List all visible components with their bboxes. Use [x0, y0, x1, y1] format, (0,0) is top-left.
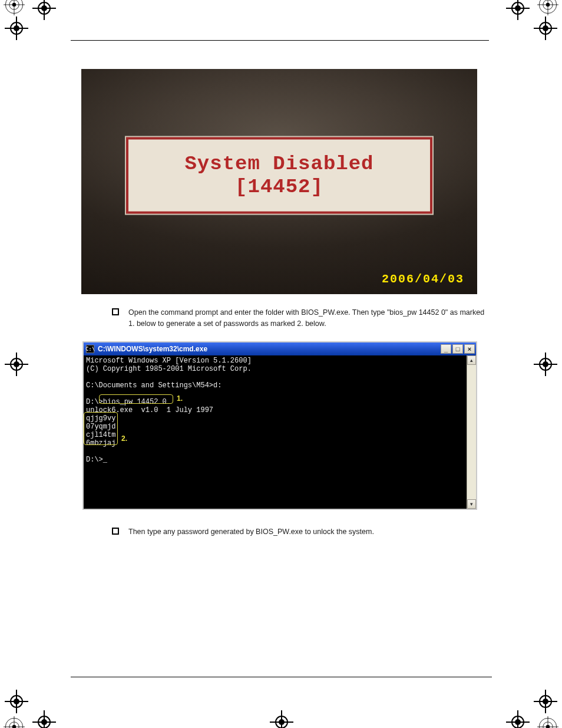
regmark-crosshair: [506, 710, 530, 728]
regmark-crosshair: [5, 690, 28, 713]
cmd-scrollbar[interactable]: ▴ ▾: [467, 355, 476, 509]
cmd-line: D:\>_: [86, 456, 107, 464]
regmark-crosshair: [5, 353, 28, 376]
regmark-crosshair: [534, 690, 557, 713]
photo-timestamp: 2006/04/03: [382, 272, 464, 286]
regmark-crosshair: [534, 17, 557, 40]
regmark-crosshair: [270, 710, 293, 728]
bios-screenshot: System Disabled [14452] 2006/04/03: [81, 69, 477, 294]
scroll-down-icon[interactable]: ▾: [467, 499, 476, 509]
page-content: System Disabled [14452] 2006/04/03 Open …: [71, 40, 489, 537]
cmd-title-text: C:\WINDOWS\system32\cmd.exe: [98, 345, 437, 353]
cmd-titlebar-icon: C:\: [86, 345, 94, 353]
bios-dialog-line2: [14452]: [235, 176, 323, 198]
cmd-line: (C) Copyright 1985-2001 Microsoft Corp.: [86, 365, 252, 373]
regmark-crosshair: [5, 17, 28, 40]
cmd-line: 07yqmjd: [86, 423, 115, 431]
annotation-label-2: 2.: [121, 434, 127, 443]
regmark-target: [4, 0, 25, 15]
cmd-line: Microsoft Windows XP [Version 5.1.2600]: [86, 357, 252, 365]
regmark-crosshair: [534, 353, 557, 376]
cmd-body[interactable]: Microsoft Windows XP [Version 5.1.2600] …: [84, 355, 467, 509]
cmd-line: 6mbzjaj: [86, 439, 115, 447]
bios-dialog: System Disabled [14452]: [126, 137, 432, 214]
cmd-line: unlock6.exe v1.0 1 July 1997: [86, 406, 213, 414]
regmark-target: [537, 0, 558, 15]
step-text: Open the command prompt and enter the fo…: [128, 307, 489, 330]
header-rule: [71, 40, 489, 41]
scroll-up-icon[interactable]: ▴: [467, 355, 476, 365]
bios-dialog-text: System Disabled [14452]: [184, 153, 373, 199]
bullet-icon: [112, 528, 119, 535]
cmd-line: C:\Documents and Settings\M54>d:: [86, 381, 222, 390]
cmd-line: cjl14tm: [86, 431, 115, 439]
close-button[interactable]: ×: [464, 344, 475, 354]
cmd-window: C:\ C:\WINDOWS\system32\cmd.exe _ □ × Mi…: [82, 341, 477, 510]
regmark-crosshair: [32, 0, 56, 20]
regmark-crosshair: [506, 0, 530, 20]
step-text: Then type any password generated by BIOS…: [128, 526, 489, 538]
cmd-line: D:\>bios_pw 14452 0: [86, 398, 167, 406]
regmark-crosshair: [32, 710, 56, 728]
bios-dialog-line1: System Disabled: [184, 153, 373, 175]
regmark-target: [537, 716, 558, 728]
footer-rule: [71, 677, 492, 677]
regmark-target: [4, 716, 25, 728]
cmd-window-buttons: _ □ ×: [441, 344, 475, 354]
minimize-button[interactable]: _: [441, 344, 451, 354]
maximize-button[interactable]: □: [452, 344, 463, 354]
step-bullet-1: Open the command prompt and enter the fo…: [112, 307, 489, 330]
annotation-label-1: 1.: [177, 394, 183, 403]
step-bullet-2: Then type any password generated by BIOS…: [112, 526, 489, 538]
cmd-titlebar: C:\ C:\WINDOWS\system32\cmd.exe _ □ ×: [84, 342, 476, 355]
bullet-icon: [112, 308, 119, 315]
cmd-line: qjjg9vy: [86, 414, 115, 423]
